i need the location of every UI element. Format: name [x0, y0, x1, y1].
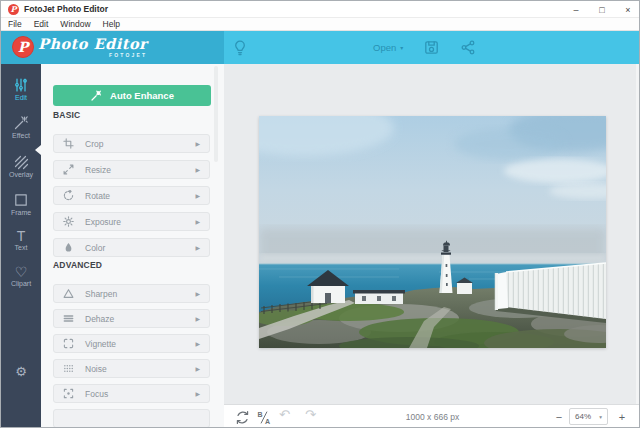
sidebar-label: Edit: [1, 94, 41, 101]
undo-icon[interactable]: ↶: [279, 407, 290, 422]
enhance-wand-icon: [90, 90, 102, 102]
sidebar-item-effect[interactable]: Effect: [1, 115, 41, 139]
open-label: Open: [373, 42, 396, 53]
tool-vignette[interactable]: Vignette ▶: [53, 334, 210, 353]
sidebar-label: Frame: [1, 209, 41, 216]
chevron-right-icon: ▶: [195, 218, 200, 225]
tips-lightbulb-icon[interactable]: [232, 39, 248, 57]
tool-exposure[interactable]: Exposure ▶: [53, 212, 210, 231]
section-basic: BASIC: [53, 110, 80, 120]
tool-dehaze[interactable]: Dehaze ▶: [53, 309, 210, 328]
sidebar-label: Effect: [1, 132, 41, 139]
tool-clipped[interactable]: [53, 409, 210, 428]
sidebar-item-edit[interactable]: Edit: [1, 77, 41, 101]
logo-section: P Photo Editor FOTOJET: [1, 31, 224, 64]
frame-icon: [13, 192, 29, 208]
menu-bar: File Edit Window Help: [1, 18, 640, 31]
tool-crop[interactable]: Crop ▶: [53, 134, 210, 153]
sidebar-label: Text: [1, 244, 41, 251]
tool-sharpen[interactable]: Sharpen ▶: [53, 284, 210, 303]
sliders-icon: [13, 77, 29, 93]
maximize-button[interactable]: □: [589, 1, 615, 18]
editing-canvas: [224, 64, 640, 404]
close-button[interactable]: ×: [615, 1, 640, 18]
sidebar-label: Overlay: [1, 171, 41, 178]
app-icon: P: [8, 4, 19, 15]
fotojet-logo: P Photo Editor FOTOJET: [12, 36, 147, 58]
chevron-right-icon: ▶: [195, 140, 200, 147]
sidebar-item-overlay[interactable]: Overlay: [1, 154, 41, 178]
section-advanced: ADVANCED: [53, 260, 102, 270]
tool-noise[interactable]: Noise ▶: [53, 359, 210, 378]
fotojet-logo-icon: P: [12, 36, 34, 58]
dehaze-lines-icon: [63, 313, 74, 324]
window-controls: – □ ×: [563, 1, 640, 18]
share-icon[interactable]: [461, 40, 475, 55]
tool-label: Rotate: [85, 191, 110, 201]
logo-title: Photo Editor: [38, 36, 147, 52]
before-after-icon[interactable]: B A: [257, 410, 271, 425]
auto-enhance-button[interactable]: Auto Enhance: [53, 85, 211, 106]
tool-label: Color: [85, 243, 105, 253]
sidebar-item-text[interactable]: T Text: [1, 229, 41, 251]
tool-label: Exposure: [85, 217, 121, 227]
settings-gear-icon[interactable]: ⚙: [1, 364, 41, 379]
chevron-right-icon: ▶: [195, 166, 200, 173]
tool-label: Resize: [85, 165, 111, 175]
svg-text:B: B: [258, 411, 263, 418]
zoom-value: 64%: [575, 412, 591, 421]
tool-label: Crop: [85, 139, 103, 149]
tool-color[interactable]: Color ▶: [53, 238, 210, 257]
redo-icon[interactable]: ↷: [305, 407, 316, 422]
title-bar: P FotoJet Photo Editor – □ ×: [1, 1, 640, 18]
image-dimensions: 1000 x 666 px: [406, 412, 459, 422]
tool-label: Sharpen: [85, 289, 117, 299]
app-header: P Photo Editor FOTOJET Open ▾: [1, 31, 640, 64]
caret-down-icon: ▾: [599, 414, 602, 420]
zoom-out-button[interactable]: −: [552, 409, 566, 425]
caret-down-icon: ▾: [400, 44, 403, 51]
canvas-scrollbar[interactable]: [636, 64, 640, 404]
chevron-right-icon: ▶: [195, 315, 200, 322]
rotate-icon: [63, 190, 74, 201]
color-droplet-icon: [63, 242, 74, 253]
edit-panel: Auto Enhance BASIC Crop ▶ Resize ▶ Rotat…: [41, 64, 224, 428]
tool-focus[interactable]: Focus ▶: [53, 384, 210, 403]
minimize-button[interactable]: –: [563, 1, 589, 18]
resize-icon: [63, 164, 74, 175]
menu-window[interactable]: Window: [54, 19, 96, 29]
window-title: FotoJet Photo Editor: [24, 4, 108, 14]
save-icon[interactable]: [424, 40, 439, 55]
magic-wand-icon: [13, 115, 29, 131]
menu-file[interactable]: File: [1, 19, 28, 29]
auto-enhance-label: Auto Enhance: [110, 90, 174, 101]
panel-scrollbar[interactable]: [214, 66, 218, 162]
tool-label: Vignette: [85, 339, 116, 349]
tool-resize[interactable]: Resize ▶: [53, 160, 210, 179]
sidebar-item-clipart[interactable]: ♡ Clipart: [1, 265, 41, 287]
tool-label: Noise: [85, 364, 107, 374]
sharpen-triangle-icon: [63, 288, 74, 299]
chevron-right-icon: ▶: [195, 244, 200, 251]
chevron-right-icon: ▶: [195, 390, 200, 397]
tool-rotate[interactable]: Rotate ▶: [53, 186, 210, 205]
sidebar-label: Clipart: [1, 280, 41, 287]
lighthouse-photo: [259, 116, 606, 348]
menu-edit[interactable]: Edit: [28, 19, 55, 29]
diagonal-hatch-icon: [13, 154, 29, 170]
status-bar: B A ↶ ↷ 1000 x 666 px − 64% ▾ +: [224, 404, 640, 428]
tool-label: Dehaze: [85, 314, 114, 324]
crop-icon: [63, 138, 74, 149]
chevron-right-icon: ▶: [195, 365, 200, 372]
noise-dots-icon: [63, 363, 74, 374]
chevron-right-icon: ▶: [195, 290, 200, 297]
sidebar-item-frame[interactable]: Frame: [1, 192, 41, 216]
compare-refresh-icon[interactable]: [235, 410, 250, 425]
menu-help[interactable]: Help: [97, 19, 126, 29]
chevron-right-icon: ▶: [195, 192, 200, 199]
zoom-level-dropdown[interactable]: 64% ▾: [569, 408, 608, 425]
zoom-in-button[interactable]: +: [615, 409, 629, 425]
exposure-sun-icon: [63, 216, 74, 227]
open-dropdown[interactable]: Open ▾: [373, 31, 403, 64]
tools-sidebar: Edit Effect Overlay Frame T Text ♡ Clip: [1, 64, 41, 428]
